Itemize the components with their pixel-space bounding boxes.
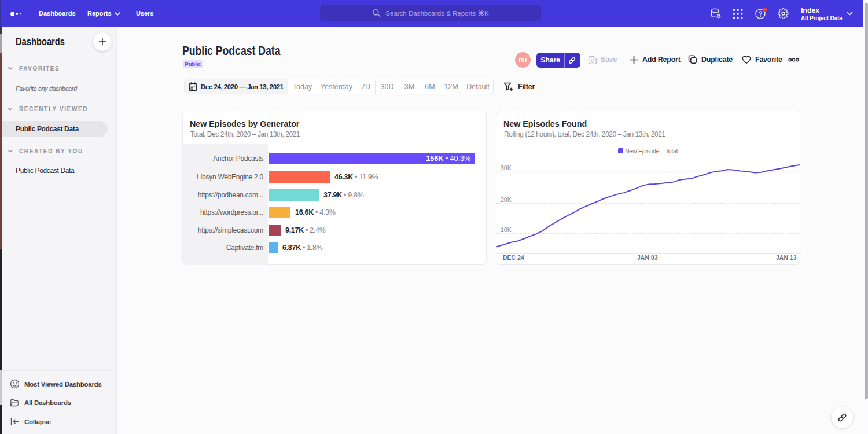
svg-text:30K: 30K (501, 164, 512, 171)
svg-text:10K: 10K (501, 226, 512, 233)
svg-text:20K: 20K (501, 196, 512, 203)
